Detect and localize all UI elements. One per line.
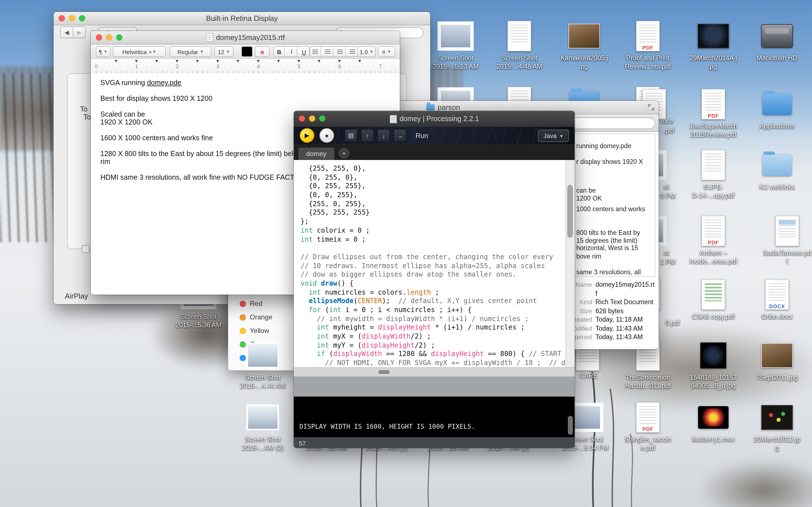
close-button[interactable] xyxy=(299,115,305,122)
run-button[interactable]: ▶ xyxy=(299,128,315,143)
fullscreen-icon[interactable] xyxy=(648,104,654,110)
sidebar-tag-red[interactable]: Red xyxy=(229,298,295,309)
mode-selector[interactable]: Java▼ xyxy=(538,129,569,142)
tab-stop-marker[interactable]: ▼ xyxy=(154,59,159,64)
tag-label: Yellow xyxy=(250,327,269,335)
scrollbar-thumb[interactable] xyxy=(568,416,573,435)
desktop-icon[interactable]: Kamakura2005.jpg xyxy=(553,20,615,71)
desktop-icon[interactable]: CSA8 copy.pdf xyxy=(682,278,744,321)
align-left-button[interactable] xyxy=(310,47,321,56)
displays-label-fragment: To xyxy=(84,113,91,121)
desktop-icon[interactable]: Macintosh HD xyxy=(746,20,808,62)
bold-button[interactable]: B xyxy=(274,47,285,56)
new-sketch-button[interactable]: ▤ xyxy=(345,129,357,142)
font-size-dropdown[interactable]: 12▼ xyxy=(214,46,234,57)
ruler-number: 0 xyxy=(95,64,98,69)
align-justify-button[interactable] xyxy=(335,47,346,56)
preview-text-line: 800 tilts to the East by xyxy=(576,229,640,236)
underline-button[interactable]: U xyxy=(299,47,309,56)
tab-stop-marker[interactable]: ▼ xyxy=(297,59,301,64)
tab-stop-marker[interactable]: ▼ xyxy=(215,59,220,64)
tab-stop-marker[interactable]: ▼ xyxy=(256,59,260,64)
tab-stop-marker[interactable]: ▼ xyxy=(337,59,342,64)
minimize-button[interactable] xyxy=(106,34,112,41)
icon-label: Screen Shot2015-...AM (2) xyxy=(232,436,294,452)
open-button[interactable]: ↑ xyxy=(361,129,374,142)
desktop-icon[interactable]: DOCXOribe.docx xyxy=(746,278,808,321)
desktop-icon[interactable]: 1548186_1015394905...8_o.jpg xyxy=(682,339,744,390)
desktop-icon[interactable]: Applications xyxy=(746,88,808,131)
traffic-lights xyxy=(299,115,325,122)
close-button[interactable] xyxy=(96,34,102,41)
zoom-button[interactable] xyxy=(319,115,325,122)
tab-stop-marker[interactable]: ▼ xyxy=(357,59,362,64)
displays-title-bar[interactable]: Built-in Retina Display xyxy=(54,12,430,25)
align-right-button[interactable] xyxy=(347,47,357,56)
editor-horizontal-scrollbar[interactable] xyxy=(294,367,574,377)
tab-stop-marker[interactable]: ▼ xyxy=(175,59,179,64)
tab-stop-marker[interactable]: ▼ xyxy=(317,59,321,64)
splitter-grip[interactable] xyxy=(378,370,390,374)
stop-button[interactable]: ■ xyxy=(319,128,335,143)
ruler[interactable]: 01234567▼▼▼▼▼▼▼▼▼▼▼▼▼ xyxy=(91,59,400,75)
desktop-icon[interactable]: Screen Shot2015-...4.44 AM xyxy=(232,339,294,390)
code-editor[interactable]: {255, 255, 0}, {0, 255, 0}, {0, 255, 255… xyxy=(294,160,574,367)
highlight-color-well[interactable]: a xyxy=(255,46,269,57)
desktop-icon[interactable]: Screen Shot2015-...AM (2) xyxy=(232,401,294,452)
tab-stop-marker[interactable]: ▼ xyxy=(195,59,200,64)
forward-button[interactable]: ▶ xyxy=(73,26,86,38)
desktop-icon[interactable]: Screen Shot2015-...4.48 AM xyxy=(488,20,550,71)
sidebar-tag-orange[interactable]: Orange xyxy=(229,312,295,322)
export-button[interactable]: → xyxy=(394,129,407,142)
line-spacing-dropdown[interactable]: 1.0▼ xyxy=(357,46,375,57)
save-button[interactable]: ↓ xyxy=(377,129,390,142)
italic-button[interactable]: I xyxy=(287,47,297,56)
desktop-icon[interactable]: SUPE-D-14-...opy.pdf xyxy=(682,149,744,200)
close-button[interactable] xyxy=(59,15,65,21)
typeface-dropdown[interactable]: Regular▼ xyxy=(170,46,211,57)
icon-label: 7Sept2011.jpg xyxy=(746,374,808,382)
icon-label: 1548186_1015394905...8_o.jpg xyxy=(682,374,744,390)
tab-stop-marker[interactable]: ▼ xyxy=(114,59,118,64)
paragraph-styles-dropdown[interactable]: ¶▼ xyxy=(96,46,110,57)
tab-domey[interactable]: domey xyxy=(298,148,335,160)
desktop-icon[interactable]: SadiaTanveer.pdf xyxy=(756,215,812,266)
option-checkbox[interactable] xyxy=(82,245,90,253)
scrollbar-thumb[interactable] xyxy=(567,185,573,238)
desktop-icon[interactable]: KU weblinks xyxy=(746,149,808,191)
tab-stop-marker[interactable]: ▼ xyxy=(236,59,240,64)
processing-title-bar[interactable]: domey | Processing 2.2.1 xyxy=(294,111,574,127)
align-center-button[interactable] xyxy=(322,47,333,56)
finder-search-input[interactable] xyxy=(564,117,655,129)
desktop-icon[interactable]: PDFProof and PrintReview...nts.pdf xyxy=(617,20,679,71)
list-style-dropdown[interactable]: ≡▼ xyxy=(378,46,395,57)
desktop-icon[interactable]: 29March2014A.jpg xyxy=(682,20,744,71)
desktop-icon[interactable]: PDFJourSuperMarch2015Review.pdf xyxy=(682,88,744,139)
tab-stop-marker[interactable]: ▼ xyxy=(134,59,139,64)
desktop-icon[interactable]: Mulberry1.mov xyxy=(682,401,744,444)
tab-menu-button[interactable]: ▼ xyxy=(339,148,349,158)
document-file-icon xyxy=(697,149,730,181)
desktop-icon[interactable]: PDFShingles_vaccine.pdf xyxy=(617,401,679,452)
icon-label: Screen Shot2015-...4.44 AM xyxy=(232,374,294,390)
desktop-icon[interactable]: 20March2012.jpg xyxy=(746,401,808,452)
editor-scrollbar[interactable] xyxy=(566,160,574,367)
textedit-title-bar[interactable]: domey15may2015.rtf xyxy=(91,31,400,45)
zoom-button[interactable] xyxy=(116,34,122,41)
minimize-button[interactable] xyxy=(69,15,75,21)
text-color-well[interactable] xyxy=(241,46,253,57)
sidebar-tag-yellow[interactable]: Yellow xyxy=(229,326,295,336)
desktop-icon[interactable]: Screen Shot2015-...5.13 AM xyxy=(424,20,487,71)
processing-window[interactable]: domey | Processing 2.2.1 ▶ ■ ▤↑↓→ Run Ja… xyxy=(294,111,574,448)
desktop-icon[interactable]: 7Sept2011.jpg xyxy=(746,339,808,382)
console-scrollbar[interactable] xyxy=(568,398,573,436)
tab-stop-marker[interactable]: ▼ xyxy=(276,59,281,64)
minimize-button[interactable] xyxy=(309,115,315,122)
file-type-badge: PDF xyxy=(631,427,664,432)
window-title: Built-in Retina Display xyxy=(206,14,278,22)
icon-label-fragment: 0.pdf xyxy=(665,320,680,326)
desktop-icon[interactable]: PDFAnthem –Incide...onse.pdf xyxy=(682,215,744,266)
font-family-dropdown[interactable]: Helvetica▲▼ xyxy=(113,46,166,57)
back-button[interactable]: ◀ xyxy=(60,26,73,38)
zoom-button[interactable] xyxy=(79,15,85,21)
